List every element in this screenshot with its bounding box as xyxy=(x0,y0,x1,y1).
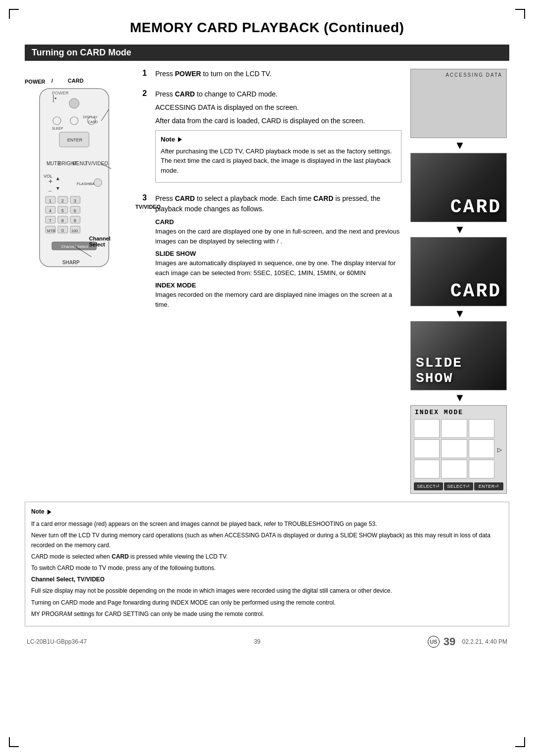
down-arrow-1: ▼ xyxy=(410,138,509,153)
step-2-text-a: Press CARD to change to CARD mode. xyxy=(155,89,401,99)
svg-text:SHARP: SHARP xyxy=(62,260,80,265)
svg-text:●: ● xyxy=(54,96,57,100)
svg-text:CARD: CARD xyxy=(88,120,98,124)
svg-point-22 xyxy=(94,179,102,187)
svg-text:MTB: MTB xyxy=(47,229,55,233)
power-label: POWER xyxy=(25,79,45,85)
sub-item-index-text: Images recorded on the memory card are d… xyxy=(155,290,401,309)
footer-left: LC-20B1U-GBpp36-47 xyxy=(27,638,87,645)
step-2-text-b: ACCESSING DATA is displayed on the scree… xyxy=(155,102,401,113)
bottom-note-line-4: To switch CARD mode to TV mode, press an… xyxy=(31,564,503,573)
footer-date: 02.2.21, 4:40 PM xyxy=(462,638,507,645)
index-cell-7 xyxy=(414,460,440,478)
page-wrapper: MEMORY CARD PLAYBACK (Continued) Turning… xyxy=(0,0,534,756)
card-display-1: CARD xyxy=(445,192,506,222)
select-label: Select xyxy=(89,241,105,247)
bottom-note-line-6: Turning on CARD mode and Page forwarding… xyxy=(31,598,503,608)
sub-item-slideshow: SLIDE SHOW Images are automatically disp… xyxy=(155,250,401,278)
svg-text:SLEEP: SLEEP xyxy=(52,127,63,130)
step-2-num: 2 xyxy=(142,89,150,98)
remote-control: POWER / CARD POWER ● xyxy=(25,74,134,283)
svg-text:+: + xyxy=(48,177,52,185)
index-cell-4 xyxy=(414,439,440,458)
svg-point-1 xyxy=(69,98,79,108)
page-num-badge: US 39 xyxy=(428,635,455,648)
step-1-num: 1 xyxy=(142,69,150,78)
svg-text:3: 3 xyxy=(74,198,76,203)
screen-slideshow: SLIDE SHOW xyxy=(410,321,507,390)
svg-text:9: 9 xyxy=(74,218,76,223)
sub-item-slideshow-text: Images are automatically displayed in se… xyxy=(155,258,401,278)
svg-text:POWER: POWER xyxy=(52,91,69,95)
bottom-note-line-5: Full size display may not be possible de… xyxy=(31,586,503,596)
note-step2: Note After purchasing the LCD TV, CARD p… xyxy=(155,130,401,183)
index-cell-8 xyxy=(441,460,467,478)
slideshow-display: SLIDE SHOW xyxy=(411,351,506,390)
footer-right: US 39 02.2.21, 4:40 PM xyxy=(428,635,507,648)
svg-text:▼: ▼ xyxy=(55,186,60,191)
footer-center: 39 xyxy=(254,638,260,645)
index-cell-1 xyxy=(414,419,440,438)
tvvideo-label: TV/VIDEO xyxy=(135,204,161,210)
index-cell-3 xyxy=(469,419,494,438)
bottom-note-line-1: If a card error message (red) appears on… xyxy=(31,520,503,529)
note-title: Note xyxy=(161,135,396,144)
corner-mark-tr xyxy=(515,9,525,19)
note-arrow-icon xyxy=(178,137,182,142)
step-2-content: Press CARD to change to CARD mode. ACCES… xyxy=(155,89,401,187)
index-cell-6 xyxy=(469,439,494,458)
corner-mark-br xyxy=(515,737,525,747)
page-title: MEMORY CARD PLAYBACK (Continued) xyxy=(25,20,509,36)
section-heading: Turning on CARD Mode xyxy=(25,45,509,61)
remote-svg: POWER ● SLEEP DISPLAY CARD ENTER MUTE BR xyxy=(25,74,124,282)
index-panel: INDEX MODE xyxy=(410,405,507,494)
index-buttons: SELECT⏎ SELECT⏎ ENTER⏎ xyxy=(414,482,503,490)
sub-item-card: CARD Images on the card are displayed on… xyxy=(155,218,401,246)
center-col: 1 Press POWER to turn on the LCD TV. 2 P… xyxy=(134,69,410,494)
svg-text:6: 6 xyxy=(74,208,76,213)
corner-mark-tl xyxy=(9,9,19,19)
index-content: ▷ xyxy=(414,419,503,480)
index-cell-2 xyxy=(441,419,467,438)
step-2-text-c: After data from the card is loaded, CARD… xyxy=(155,116,401,126)
accessing-label: ACCESSING DATA xyxy=(445,72,502,78)
step-3-intro: Press CARD to select a playback mode. Ea… xyxy=(155,193,401,214)
channel-select-label: Channel Select xyxy=(89,236,110,247)
step-1-content: Press POWER to turn on the LCD TV. xyxy=(155,69,401,82)
bottom-note-line-7: MY PROGRAM settings for CARD SETTING can… xyxy=(31,610,503,619)
main-content: POWER / CARD POWER ● xyxy=(25,69,509,494)
svg-text:8: 8 xyxy=(61,218,64,223)
page-number: 39 xyxy=(444,635,455,648)
svg-text:▲: ▲ xyxy=(55,176,60,181)
svg-text:5: 5 xyxy=(61,208,64,213)
page-footer: LC-20B1U-GBpp36-47 39 US 39 02.2.21, 4:4… xyxy=(25,635,509,648)
down-arrow-3: ▼ xyxy=(410,306,509,321)
step-1: 1 Press POWER to turn on the LCD TV. xyxy=(142,69,401,82)
step-3-num: 3 xyxy=(142,193,150,202)
index-panel-title: INDEX MODE xyxy=(414,409,503,416)
slash-label: / xyxy=(51,78,53,84)
card-label-top: CARD xyxy=(68,78,84,84)
index-grid-area xyxy=(414,419,494,480)
svg-text:0: 0 xyxy=(61,228,64,233)
channel-label: Channel xyxy=(89,236,110,241)
index-btn-enter: ENTER⏎ xyxy=(474,482,503,490)
index-cell-9 xyxy=(469,460,494,478)
index-btn-select-2: SELECT⏎ xyxy=(444,482,473,490)
index-cell-5 xyxy=(441,439,467,458)
index-grid xyxy=(414,419,494,478)
down-arrow-4: ▼ xyxy=(410,390,509,405)
svg-text:7: 7 xyxy=(49,218,51,223)
svg-text:Channel Select: Channel Select xyxy=(61,244,89,249)
svg-text:DISPLAY: DISPLAY xyxy=(83,115,97,119)
svg-text:─: ─ xyxy=(48,189,52,193)
screen-card-1: CARD xyxy=(410,153,507,222)
bottom-note-arrow-icon xyxy=(47,510,51,515)
sub-item-slideshow-title: SLIDE SHOW xyxy=(155,250,401,257)
svg-text:ENTER: ENTER xyxy=(67,138,83,142)
us-badge: US xyxy=(428,636,440,648)
step-3-content: Press CARD to select a playback mode. Ea… xyxy=(155,193,401,313)
step-2: 2 Press CARD to change to CARD mode. ACC… xyxy=(142,89,401,187)
index-side-arrow: ▷ xyxy=(495,419,503,480)
corner-mark-bl xyxy=(9,737,19,747)
